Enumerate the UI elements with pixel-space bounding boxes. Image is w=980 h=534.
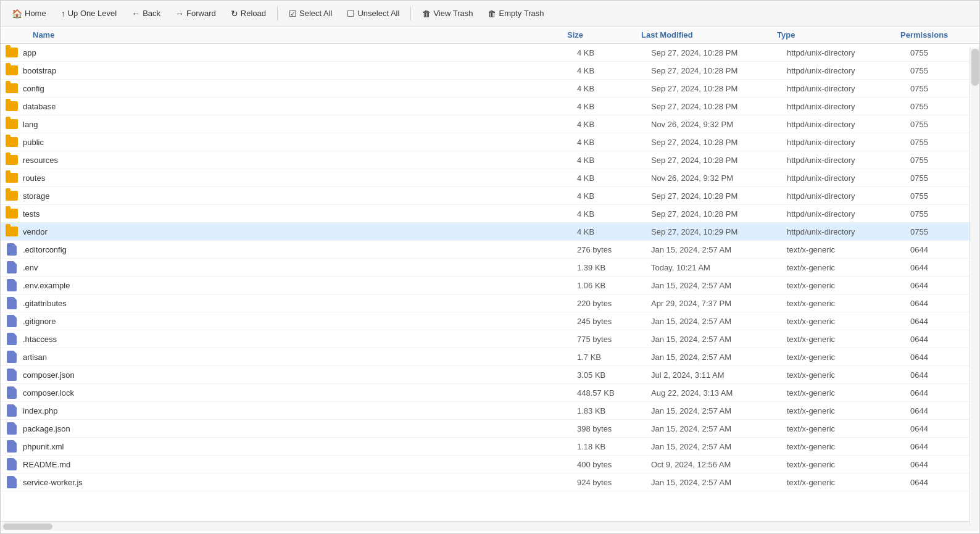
toolbar-btn-view-trash[interactable]: 🗑View Trash (416, 6, 479, 21)
toolbar-btn-forward[interactable]: →Forward (169, 6, 222, 21)
toolbar-btn-home[interactable]: 🏠Home (6, 6, 52, 21)
file-name-cell: storage (1, 190, 572, 202)
file-type: text/x-generic (782, 370, 905, 380)
file-permissions: 0644 (905, 263, 979, 272)
file-size: 400 bytes (572, 460, 646, 469)
table-row[interactable]: public4 KBSep 27, 2024, 10:28 PMhttpd/un… (1, 133, 979, 151)
file-icon (6, 422, 18, 435)
file-type: httpd/unix-directory (782, 84, 905, 93)
file-type: text/x-generic (782, 299, 905, 308)
file-permissions: 0644 (905, 406, 979, 415)
toolbar-btn-back[interactable]: ←Back (125, 6, 167, 21)
table-row[interactable]: app4 KBSep 27, 2024, 10:28 PMhttpd/unix-… (1, 44, 979, 62)
file-type: httpd/unix-directory (782, 102, 905, 111)
file-icon (6, 297, 18, 309)
empty-trash-icon: 🗑 (488, 9, 496, 19)
table-row[interactable]: artisan1.7 KBJan 15, 2024, 2:57 AMtext/x… (1, 348, 979, 366)
file-name: lang (23, 120, 38, 129)
file-name-cell: artisan (1, 351, 572, 363)
table-row[interactable]: README.md400 bytesOct 9, 2024, 12:56 AMt… (1, 456, 979, 474)
file-name-cell: README.md (1, 458, 572, 470)
file-name: service-worker.js (23, 478, 83, 487)
col-permissions[interactable]: Permissions (895, 30, 970, 40)
file-type: text/x-generic (782, 442, 905, 451)
table-row[interactable]: .htaccess775 bytesJan 15, 2024, 2:57 AMt… (1, 330, 979, 348)
file-permissions: 0755 (905, 84, 979, 93)
file-type: text/x-generic (782, 478, 905, 487)
file-modified: Sep 27, 2024, 10:28 PM (646, 138, 782, 147)
table-row[interactable]: .editorconfig276 bytesJan 15, 2024, 2:57… (1, 241, 979, 259)
file-name: composer.json (23, 370, 75, 380)
file-name: index.php (23, 406, 57, 415)
toolbar-btn-empty-trash[interactable]: 🗑Empty Trash (481, 6, 550, 21)
file-name: bootstrap (23, 66, 56, 75)
table-row[interactable]: config4 KBSep 27, 2024, 10:28 PMhttpd/un… (1, 80, 979, 98)
file-size: 4 KB (572, 191, 646, 201)
file-name: routes (23, 173, 45, 183)
col-name[interactable]: Name (1, 30, 562, 40)
file-permissions: 0755 (905, 48, 979, 57)
file-modified: Sep 27, 2024, 10:28 PM (646, 84, 782, 93)
table-row[interactable]: database4 KBSep 27, 2024, 10:28 PMhttpd/… (1, 98, 979, 115)
table-row[interactable]: .env.example1.06 KBJan 15, 2024, 2:57 AM… (1, 277, 979, 294)
table-row[interactable]: vendor4 KBSep 27, 2024, 10:29 PMhttpd/un… (1, 223, 979, 241)
table-row[interactable]: phpunit.xml1.18 KBJan 15, 2024, 2:57 AMt… (1, 438, 979, 456)
table-row[interactable]: routes4 KBNov 26, 2024, 9:32 PMhttpd/uni… (1, 169, 979, 187)
table-row[interactable]: composer.json3.05 KBJul 2, 2024, 3:11 AM… (1, 366, 979, 384)
col-type[interactable]: Type (772, 30, 895, 40)
file-size: 1.7 KB (572, 353, 646, 362)
file-modified: Sep 27, 2024, 10:28 PM (646, 66, 782, 75)
file-size: 4 KB (572, 138, 646, 147)
file-modified: Jan 15, 2024, 2:57 AM (646, 406, 782, 415)
file-name-cell: service-worker.js (1, 476, 572, 488)
up-one-level-label: Up One Level (68, 9, 117, 18)
file-type: text/x-generic (782, 245, 905, 254)
file-name-cell: routes (1, 172, 572, 184)
file-name: vendor (23, 227, 48, 236)
file-list[interactable]: app4 KBSep 27, 2024, 10:28 PMhttpd/unix-… (1, 44, 979, 521)
back-icon: ← (131, 9, 140, 19)
folder-icon (6, 46, 18, 59)
table-row[interactable]: service-worker.js924 bytesJan 15, 2024, … (1, 474, 979, 491)
table-row[interactable]: bootstrap4 KBSep 27, 2024, 10:28 PMhttpd… (1, 62, 979, 80)
table-row[interactable]: .env1.39 KBToday, 10:21 AMtext/x-generic… (1, 259, 979, 277)
file-permissions: 0755 (905, 227, 979, 236)
file-name-cell: .editorconfig (1, 243, 572, 256)
table-row[interactable]: composer.lock448.57 KBAug 22, 2024, 3:13… (1, 384, 979, 402)
file-name-cell: config (1, 82, 572, 94)
toolbar-btn-reload[interactable]: ↻Reload (225, 6, 272, 21)
file-size: 4 KB (572, 48, 646, 57)
table-row[interactable]: lang4 KBNov 26, 2024, 9:32 PMhttpd/unix-… (1, 115, 979, 133)
file-modified: Sep 27, 2024, 10:29 PM (646, 227, 782, 236)
folder-icon (6, 154, 18, 166)
table-row[interactable]: storage4 KBSep 27, 2024, 10:28 PMhttpd/u… (1, 187, 979, 205)
table-row[interactable]: .gitattributes220 bytesApr 29, 2024, 7:3… (1, 294, 979, 312)
file-name: resources (23, 156, 58, 165)
hscroll-thumb[interactable] (3, 524, 52, 530)
table-row[interactable]: resources4 KBSep 27, 2024, 10:28 PMhttpd… (1, 151, 979, 169)
col-last-modified[interactable]: Last Modified (636, 30, 772, 40)
table-row[interactable]: .gitignore245 bytesJan 15, 2024, 2:57 AM… (1, 312, 979, 330)
file-modified: Jan 15, 2024, 2:57 AM (646, 245, 782, 254)
back-label: Back (143, 9, 160, 18)
file-name: public (23, 138, 44, 147)
file-modified: Sep 27, 2024, 10:28 PM (646, 48, 782, 57)
file-permissions: 0644 (905, 335, 979, 344)
file-permissions: 0755 (905, 173, 979, 183)
table-row[interactable]: package.json398 bytesJan 15, 2024, 2:57 … (1, 420, 979, 438)
table-row[interactable]: index.php1.83 KBJan 15, 2024, 2:57 AMtex… (1, 402, 979, 420)
vertical-scrollbar[interactable] (970, 48, 979, 525)
horizontal-scrollbar[interactable] (1, 521, 979, 531)
file-size: 775 bytes (572, 335, 646, 344)
toolbar-btn-up-one-level[interactable]: ↑Up One Level (55, 6, 123, 21)
toolbar-btn-select-all[interactable]: ☑Select All (283, 6, 338, 21)
toolbar-btn-unselect-all[interactable]: ☐Unselect All (341, 6, 405, 21)
file-size: 398 bytes (572, 424, 646, 433)
table-row[interactable]: tests4 KBSep 27, 2024, 10:28 PMhttpd/uni… (1, 205, 979, 223)
folder-icon (6, 136, 18, 148)
file-permissions: 0644 (905, 388, 979, 398)
file-type: httpd/unix-directory (782, 120, 905, 129)
vscroll-thumb[interactable] (971, 49, 979, 86)
file-name-cell: public (1, 136, 572, 148)
col-size[interactable]: Size (562, 30, 636, 40)
